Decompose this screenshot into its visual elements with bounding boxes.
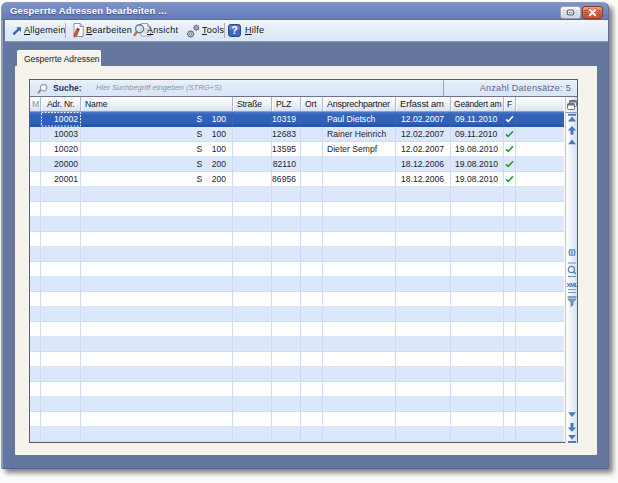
svg-text:?: ?: [231, 24, 237, 36]
